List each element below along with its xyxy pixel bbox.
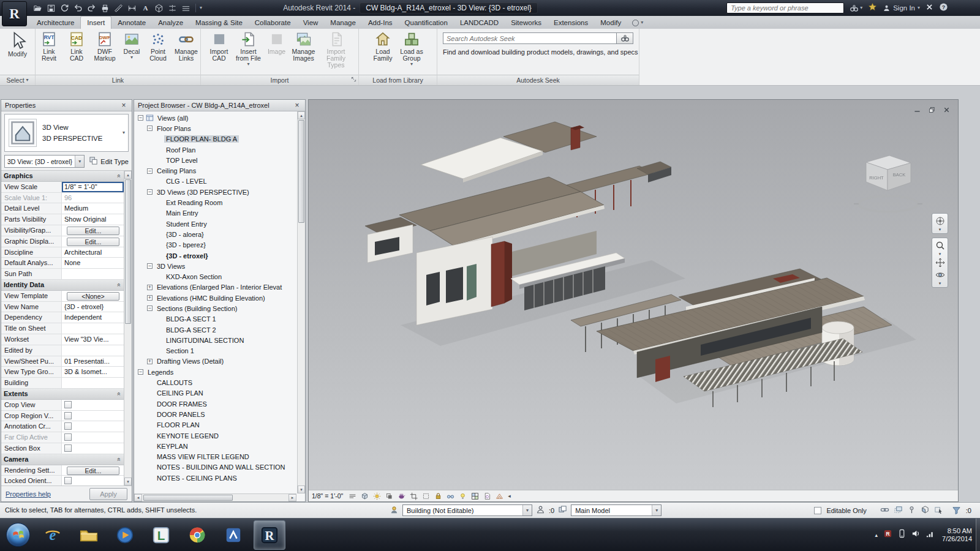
ribbon-tab-view[interactable]: View: [297, 17, 325, 29]
qat-section-button[interactable]: [167, 2, 178, 14]
sign-in-button[interactable]: Sign In▾: [883, 4, 920, 12]
favorites-button[interactable]: [868, 2, 877, 14]
drag-on-selection-toggle[interactable]: [934, 505, 943, 515]
select-by-face-toggle[interactable]: [921, 505, 930, 515]
prop-value-far-clip-active[interactable]: [62, 432, 124, 443]
prop-group-graphics[interactable]: Graphics»: [1, 171, 124, 182]
prop-checkbox-crop-view[interactable]: [64, 401, 72, 408]
prop-group-camera[interactable]: Camera»: [1, 454, 124, 465]
scroll-up-icon[interactable]: ▴: [298, 111, 305, 119]
expand-icon[interactable]: +: [147, 295, 153, 301]
tree-item-3d-views[interactable]: −3D Views: [134, 261, 296, 271]
viewcube[interactable]: RIGHT BACK: [853, 150, 927, 220]
tree-item-ceiling-plans[interactable]: −Ceiling Plans: [134, 165, 296, 176]
prop-value-visibility-grap[interactable]: Edit...: [62, 225, 124, 236]
tree-item-notes-ceiling-plans[interactable]: NOTES - CEILING PLANS: [134, 473, 296, 483]
prop-value-workset[interactable]: View "3D Vie...: [62, 334, 124, 345]
prop-value-sun-path[interactable]: [62, 269, 124, 279]
qat-sync-button[interactable]: [59, 2, 70, 14]
tree-item-floor-plans[interactable]: −Floor Plans: [134, 123, 296, 133]
tree-item-3d-bperez[interactable]: {3D - bperez}: [134, 240, 296, 250]
scroll-left-icon[interactable]: ◂: [134, 494, 142, 501]
help-button[interactable]: ?: [939, 2, 948, 14]
ribbon-tab-quantification[interactable]: Quantification: [399, 17, 454, 29]
collapse-icon[interactable]: −: [147, 263, 153, 269]
ribbon-tab-insert[interactable]: Insert: [80, 16, 111, 29]
taskbar-landcadd[interactable]: L: [145, 520, 177, 550]
select-links-toggle[interactable]: [880, 505, 889, 515]
panel-label-load-from-library[interactable]: Load from Library: [359, 75, 437, 85]
prop-group-extents[interactable]: Extents»: [1, 389, 124, 400]
tree-item-main-entry[interactable]: Main Entry: [134, 208, 296, 219]
scroll-up-icon[interactable]: ▴: [124, 171, 132, 179]
type-selector[interactable]: 3D View 3D PERSPECTIVE ▾: [4, 114, 129, 152]
button-dwf-markup[interactable]: DWFDWFMarkup: [91, 30, 119, 62]
qat-undo-button[interactable]: [72, 2, 84, 14]
ribbon-tab-manage[interactable]: Manage: [324, 17, 362, 29]
apply-button[interactable]: Apply: [89, 488, 127, 500]
tree-item-door-frames[interactable]: DOOR FRAMES: [134, 399, 296, 409]
tree-item-floor-plan[interactable]: FLOOR PLAN: [134, 420, 296, 430]
collapse-bar-icon[interactable]: ◂: [508, 493, 511, 499]
seek-search-button[interactable]: [617, 32, 633, 44]
prop-value-crop-view[interactable]: [62, 400, 124, 410]
prop-value-rendering-sett[interactable]: Edit...: [62, 465, 124, 476]
prop-value-detail-level[interactable]: Medium: [62, 203, 124, 214]
analytical-model-button[interactable]: [494, 491, 505, 501]
view-scale-button[interactable]: 1/8" = 1'-0": [312, 492, 343, 500]
tree-item-clg-level[interactable]: CLG - LEVEL: [134, 176, 296, 187]
qat-default-3d-view-button[interactable]: [153, 2, 165, 14]
tree-item-ext-reading-room[interactable]: Ext Reading Room: [134, 197, 296, 208]
active-workset-dropdown[interactable]: Building (Not Editable) ▾: [402, 504, 532, 516]
prop-value-default-analys[interactable]: None: [62, 258, 124, 268]
exchange-apps-button[interactable]: [925, 2, 933, 13]
full-navigation-wheel-button[interactable]: [933, 215, 946, 227]
scrollbar-thumb[interactable]: [125, 179, 131, 324]
panel-label-select[interactable]: Select▾: [0, 75, 35, 85]
sun-path-button[interactable]: [372, 491, 382, 501]
orbit-button[interactable]: [933, 269, 946, 281]
ribbon-tab-analyze[interactable]: Analyze: [152, 17, 189, 29]
button-import-cad[interactable]: ImportCAD: [206, 30, 233, 62]
design-options-icon[interactable]: [558, 505, 567, 514]
scroll-right-icon[interactable]: ▸: [288, 494, 296, 501]
prop-checkbox-crop-region-v[interactable]: [64, 412, 72, 419]
qat-customize-icon[interactable]: ▾: [200, 6, 202, 10]
infocenter-search-input[interactable]: [726, 2, 844, 13]
tree-item-notes-building-and-wall-section[interactable]: NOTES - BUILDING AND WALL SECTION: [134, 462, 296, 473]
tray-device[interactable]: [897, 529, 907, 541]
button-link-revit[interactable]: RVTLinkRevit: [36, 30, 62, 62]
tree-item-3d-aloera[interactable]: {3D - aloera}: [134, 229, 296, 239]
design-option-dropdown[interactable]: Main Model ▾: [571, 504, 662, 516]
prop-value-parts-visibility[interactable]: Show Original: [62, 214, 124, 225]
prop-value-section-box[interactable]: [62, 443, 124, 454]
tree-item-sections-building-section[interactable]: −Sections (Building Section): [134, 303, 296, 313]
prop-value-view-type-gro[interactable]: 3D & Isomet...: [62, 367, 124, 377]
show-desktop-button[interactable]: [976, 519, 980, 551]
application-menu-button[interactable]: R: [2, 1, 27, 26]
ribbon-tab-add-ins[interactable]: Add-Ins: [362, 17, 399, 29]
taskbar-clock[interactable]: 8:50 AM 7/26/2014: [942, 527, 972, 543]
collapse-icon[interactable]: −: [147, 168, 153, 174]
button-modify[interactable]: Modify: [2, 30, 33, 58]
button-point-cloud[interactable]: PointCloud: [145, 30, 172, 62]
prop-button-graphic-displa[interactable]: Edit...: [67, 238, 119, 246]
tree-item-drafting-views-detail[interactable]: +Drafting Views (Detail): [134, 356, 296, 367]
view-selector-dropdown[interactable]: 3D View: {3D - etroxel} ▾: [4, 155, 85, 168]
ribbon-tab-massing-site[interactable]: Massing & Site: [189, 17, 249, 29]
infocenter-search-button[interactable]: ▾: [850, 4, 862, 13]
prop-value-view-name[interactable]: {3D - etroxel}: [62, 302, 124, 312]
ribbon-tab-architecture[interactable]: Architecture: [31, 17, 80, 29]
prop-checkbox-section-box[interactable]: [64, 444, 72, 452]
tray-volume[interactable]: [911, 529, 921, 541]
collapse-icon[interactable]: −: [147, 305, 153, 311]
prop-value-view-template[interactable]: <None>: [62, 291, 124, 301]
scrollbar-thumb[interactable]: [143, 495, 233, 501]
qat-open-button[interactable]: [32, 2, 43, 14]
prop-value-edited-by[interactable]: [62, 345, 124, 356]
tree-item-keyplan[interactable]: KEYPLAN: [134, 441, 296, 451]
tree-item-top-level[interactable]: TOP Level: [134, 155, 296, 165]
tray-revit-update[interactable]: R: [883, 529, 892, 541]
prop-button-rendering-sett[interactable]: Edit...: [67, 467, 119, 475]
select-pinned-toggle[interactable]: [907, 505, 916, 515]
